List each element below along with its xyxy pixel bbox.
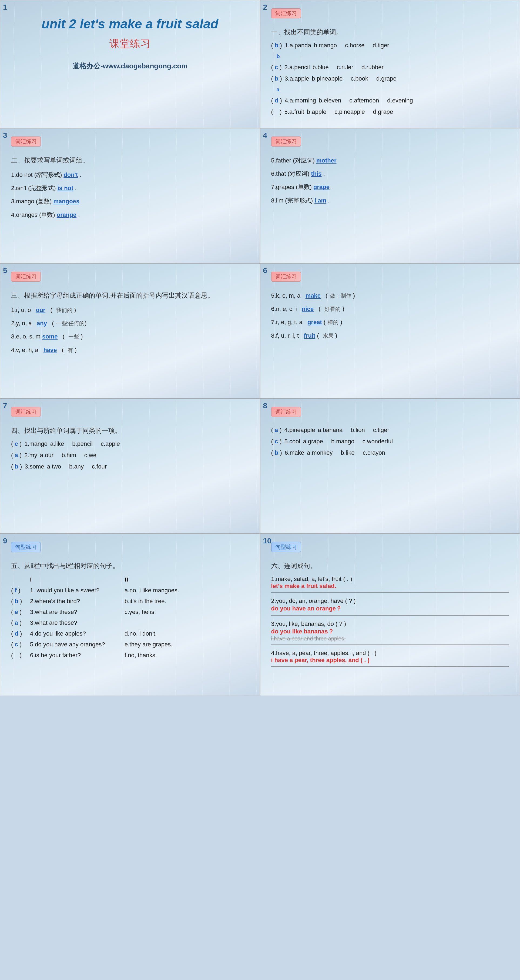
strikethrough-text: i have a pear and three apples. [271, 636, 509, 642]
cell-2-note-1: b [277, 53, 509, 59]
answer-any: any [37, 320, 47, 326]
cell-5-item-4: 4.v, e, h, a have ( 有 ) [11, 345, 249, 355]
cell-2-item-5: ( ) 5.a.fruit b.apple c.pineapple d.grap… [271, 108, 509, 115]
cell-3-number: 3 [3, 131, 7, 140]
cell-6-item-4: 8.f, u, r, i, t fruit ( 水果 ) [271, 331, 509, 340]
answer-make: make [306, 292, 321, 299]
cell-7-item-2: ( a ) 2.my a.our b.him c.we [11, 452, 249, 459]
cell-10-number: 10 [263, 537, 271, 545]
cell-3-item-3: 3.mango (复数) mangoes [11, 197, 249, 206]
connect-1: 1.make, salad, a, let's, fruit ( . ) let… [271, 576, 509, 593]
cell-6-number: 6 [263, 266, 268, 275]
match-3: ( e ) 3.what are these? c.yes, he is. [11, 609, 249, 616]
answer-b1: b [275, 42, 278, 49]
connect-3: 3.you, like, bananas, do ( ? ) do you li… [271, 620, 509, 645]
answer-paren-5: ( ) [271, 108, 282, 115]
page-grid: 1 unit 2 let's make a fruit salad 课堂练习 道… [0, 0, 520, 696]
cell-9-section: 五、从ii栏中找出与i栏相对应的句子。 [11, 562, 249, 570]
cell-5: 5 词汇练习 三、根据所给字母组成正确的单词,并在后面的括号内写出其汉语意思。 … [0, 263, 260, 398]
cell-6: 6 词汇练习 5.k, e, m, a make (做；制作 ) 6.n, e,… [260, 263, 520, 398]
cell-1-website: 道格办公-www.daogebangong.com [11, 61, 249, 71]
cell-1-title: unit 2 let's make a fruit salad [11, 16, 249, 31]
answer-some: some [42, 333, 57, 340]
cell-4-item-4: 8.i'm (完整形式) i am . [271, 196, 509, 205]
connect-2: 2.you, do, an, orange, have ( ? ) do you… [271, 597, 509, 616]
cell-2-note-3: a [277, 86, 509, 93]
answer-have: have [43, 347, 57, 353]
cell-6-item-3: 7.r, e, g, t, a great (棒的 ) [271, 317, 509, 327]
connect-4: 4.have, a, pear, three, apples, i, and (… [271, 650, 509, 667]
cell-4-item-2: 6.that (对应词) this . [271, 169, 509, 178]
cell-7-item-3: ( b ) 3.some a.two b.any c.four [11, 463, 249, 470]
cell-2-item-3: ( b ) 3.a.apple b.pineapple c.book d.gra… [271, 75, 509, 82]
answer-grape: grape [313, 184, 330, 190]
answer-paren-3: ( b ) [271, 75, 282, 82]
cell-9-badge: 句型练习 [11, 542, 41, 552]
col-headers: i ii [11, 576, 249, 583]
cell-7-number: 7 [3, 401, 7, 410]
answer-mangoes: mangoes [54, 198, 80, 205]
answer-dont: don't [63, 172, 78, 178]
cell-3: 3 词汇练习 二、按要求写单词或词组。 1.do not (缩写形式) don'… [0, 128, 260, 263]
cell-8-item-1: ( a ) 4.pineapple a.banana b.lion c.tige… [271, 426, 509, 434]
cell-4-number: 4 [263, 131, 268, 140]
answer-nice: nice [302, 305, 314, 312]
cell-7: 7 词汇练习 四、找出与所给单词属于同类的一项。 ( c ) 1.mango a… [0, 398, 260, 534]
answer-paren: ( b ) [271, 42, 282, 49]
col-ii-header: ii [125, 576, 128, 583]
cell-9: 9 句型练习 五、从ii栏中找出与i栏相对应的句子。 i ii ( f ) 1.… [0, 534, 260, 696]
cell-6-item-1: 5.k, e, m, a make (做；制作 ) [271, 291, 509, 300]
cell-7-badge: 词汇练习 [11, 407, 41, 417]
cell-4-badge: 词汇练习 [271, 137, 301, 146]
cell-5-number: 5 [3, 266, 7, 275]
cell-8-number: 8 [263, 401, 268, 410]
cell-5-item-1: 1.r, u, o our ( 我们的 ) [11, 305, 249, 315]
answer-isnot: is not [57, 185, 73, 191]
cell-8-item-3: ( b ) 6.make a.monkey b.like c.crayon [271, 449, 509, 457]
match-5: ( c ) 5.do you have any oranges? e.they … [11, 641, 249, 648]
cell-2-number: 2 [263, 3, 268, 12]
answer-fruit: fruit [304, 332, 315, 339]
cell-8: 8 词汇练习 ( a ) 4.pineapple a.banana b.lion… [260, 398, 520, 534]
cell-3-item-2: 2.isn't (完整形式) is not . [11, 183, 249, 193]
cell-6-badge: 词汇练习 [271, 272, 301, 282]
cell-1: 1 unit 2 let's make a fruit salad 课堂练习 道… [0, 0, 260, 128]
cell-2-item-4: ( d ) 4.a.morning b.eleven c.afternoon d… [271, 97, 509, 104]
cell-3-item-1: 1.do not (缩写形式) don't . [11, 170, 249, 180]
cell-2-item-2: ( c ) 2.a.pencil b.blue c.ruler d.rubber [271, 64, 509, 71]
cell-7-item-1: ( c ) 1.mango a.like b.pencil c.apple [11, 441, 249, 447]
cell-3-badge: 词汇练习 [11, 137, 41, 146]
answer-iam: i am [314, 197, 326, 204]
cell-4-item-3: 7.grapes (单数) grape . [271, 182, 509, 192]
match-3b: ( a ) 3.what are these? [11, 619, 249, 627]
answer-paren-4: ( d ) [271, 97, 282, 104]
answer-our: our [36, 307, 45, 313]
cell-2-badge: 词汇练习 [271, 8, 301, 18]
cell-8-item-2: ( c ) 5.cool a.grape b.mango c.wonderful [271, 438, 509, 445]
answer-this: this [311, 170, 322, 177]
match-4: ( d ) 4.do you like apples? d.no, i don'… [11, 630, 249, 637]
match-1: ( f ) 1. would you like a sweet? a.no, i… [11, 587, 249, 594]
cell-3-section: 二、按要求写单词或词组。 [11, 156, 249, 165]
cell-10-badge: 句型练习 [271, 542, 301, 552]
cell-5-item-3: 3.e, o, s, m some ( 一些 ) [11, 332, 249, 341]
answer-paren-2: ( c ) [271, 64, 282, 71]
cell-1-number: 1 [3, 3, 7, 12]
cell-1-subtitle: 课堂练习 [11, 37, 249, 51]
cell-2: 2 词汇练习 一、找出不同类的单词。 ( b ) 1.a.panda b.man… [260, 0, 520, 128]
match-2: ( b ) 2.where's the bird? b.it's in the … [11, 598, 249, 605]
cell-7-section: 四、找出与所给单词属于同类的一项。 [11, 426, 249, 435]
cell-3-item-4: 4.oranges (单数) orange . [11, 210, 249, 220]
cell-8-badge: 词汇练习 [271, 407, 301, 417]
cell-5-section: 三、根据所给字母组成正确的单词,并在后面的括号内写出其汉语意思。 [11, 291, 249, 300]
cell-2-section: 一、找出不同类的单词。 [271, 28, 509, 37]
cell-5-item-2: 2.y, n, a any (一些;任何的) [11, 318, 249, 328]
cell-10-section: 六、连词成句。 [271, 562, 509, 570]
cell-2-item-1: ( b ) 1.a.panda b.mango c.horse d.tiger [271, 42, 509, 49]
answer-orange: orange [57, 212, 76, 218]
col-i-header: i [30, 576, 122, 583]
cell-6-item-2: 6.n, e, c, i nice ( 好看的 ) [271, 304, 509, 313]
cell-5-badge: 词汇练习 [11, 272, 41, 282]
answer-mother: mother [316, 157, 336, 164]
cell-10: 10 句型练习 六、连词成句。 1.make, salad, a, let's,… [260, 534, 520, 696]
